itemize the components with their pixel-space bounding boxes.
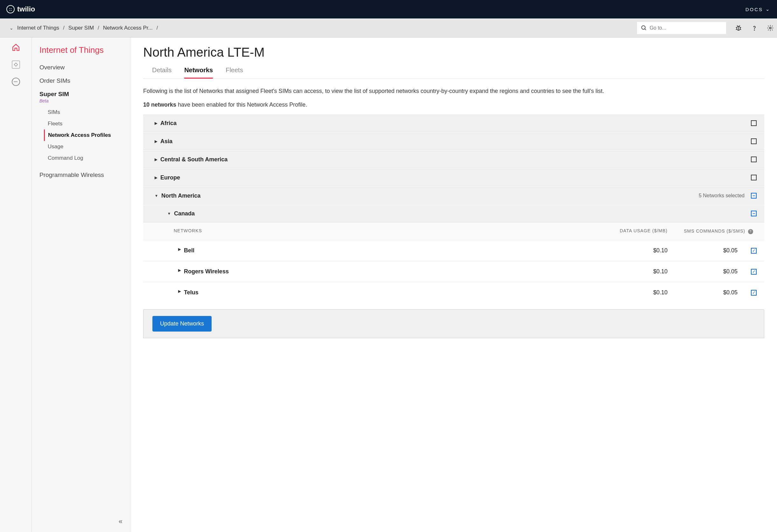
col-data-usage: DATA USAGE ($/MB) [591,228,680,234]
logo-icon: :: [6,5,15,13]
checkbox-canada[interactable]: − [751,211,757,216]
bug-icon[interactable] [735,24,742,31]
checkbox-bell[interactable]: ✓ [751,248,757,253]
breadcrumb-bar: ⌄ Internet of Things/ Super SIM/ Network… [0,18,777,37]
col-sms-commands: SMS COMMANDS ($/SMS) ? [680,228,757,234]
subnav-usage[interactable]: Usage [44,141,130,152]
checkbox-namerica[interactable]: − [751,193,757,199]
svg-line-9 [740,25,740,26]
tab-fleets[interactable]: Fleets [226,63,243,79]
breadcrumb-mid[interactable]: Super SIM [69,25,94,31]
brand-logo[interactable]: :: twilio [6,5,35,13]
sub-nav: SIMs Fleets Network Access Profiles Usag… [39,107,130,164]
checkbox-asia[interactable] [751,138,757,144]
sim-icon[interactable] [12,61,20,69]
sidebar-title: Internet of Things [32,45,130,61]
breadcrumb-leaf[interactable]: Network Access Pr... [103,25,153,31]
region-csamerica[interactable]: ▶Central & South America [143,151,764,168]
region-africa[interactable]: ▶Africa [143,115,764,132]
update-networks-button[interactable]: Update Networks [152,316,212,332]
checkbox-rogers[interactable]: ✓ [751,269,757,275]
country-canada[interactable]: ▼Canada − [143,205,764,222]
breadcrumb-root[interactable]: Internet of Things [17,25,59,31]
subnav-fleets[interactable]: Fleets [44,118,130,129]
breadcrumb: ⌄ Internet of Things/ Super SIM/ Network… [10,25,158,31]
col-networks: NETWORKS [174,228,591,234]
page-title: North America LTE-M [143,45,764,60]
svg-line-8 [737,25,738,26]
search-icon [641,24,647,31]
svg-line-5 [741,27,741,28]
networks-table-header: NETWORKS DATA USAGE ($/MB) SMS COMMANDS … [143,222,764,240]
svg-line-7 [741,29,741,29]
more-icon[interactable]: ••• [12,78,20,86]
checkbox-europe[interactable] [751,175,757,181]
top-bar: :: twilio DOCS ⌄ [0,0,777,18]
network-row-rogers: ▶Rogers Wireless $0.10 $0.05 ✓ [143,261,764,282]
chevron-down-icon[interactable]: ⌄ [10,25,13,30]
caret-down-icon: ▼ [155,194,158,198]
tab-bar: Details Networks Fleets [143,63,764,79]
caret-right-icon[interactable]: ▶ [178,268,181,275]
svg-line-1 [645,29,646,30]
caret-right-icon: ▶ [155,157,157,162]
chevron-down-icon: ⌄ [766,6,771,12]
caret-right-icon[interactable]: ▶ [178,289,181,296]
svg-point-10 [754,29,754,30]
network-row-telus: ▶Telus $0.10 $0.05 ✓ [143,282,764,303]
page-description: Following is the list of Networks that a… [143,87,764,96]
collapse-sidebar-icon[interactable]: « [119,517,122,526]
caret-right-icon: ▶ [155,176,157,180]
footer-bar: Update Networks [143,309,764,338]
checkbox-africa[interactable] [751,120,757,126]
subnav-command-log[interactable]: Command Log [44,152,130,164]
na-selected-count: 5 Networks selected [699,193,745,199]
tab-networks[interactable]: Networks [184,63,213,79]
search-box[interactable] [637,22,726,34]
nav-order-sims[interactable]: Order SIMs [32,74,130,88]
region-europe[interactable]: ▶Europe [143,169,764,187]
network-count: 10 networks have been enabled for this N… [143,102,764,108]
subnav-sims[interactable]: SIMs [44,107,130,118]
checkbox-telus[interactable]: ✓ [751,290,757,296]
subnav-network-access-profiles[interactable]: Network Access Profiles [44,129,130,141]
svg-point-0 [642,25,645,29]
icon-rail: ••• [0,37,32,532]
nav-overview[interactable]: Overview [32,61,130,74]
main-content: North America LTE-M Details Networks Fle… [130,37,777,532]
help-tooltip-icon[interactable]: ? [748,229,753,234]
sidebar: Internet of Things Overview Order SIMs S… [32,37,130,532]
caret-right-icon: ▶ [155,139,157,143]
checkbox-csamerica[interactable] [751,156,757,162]
svg-line-6 [736,29,737,29]
nav-super-sim[interactable]: Super SIM Beta [32,88,130,107]
network-row-bell: ▶Bell $0.10 $0.05 ✓ [143,240,764,261]
gear-icon[interactable] [767,24,774,31]
brand-name: twilio [17,5,35,13]
svg-line-4 [736,27,737,28]
caret-down-icon: ▼ [168,212,171,215]
region-namerica[interactable]: ▼North America 5 Networks selected − [143,187,764,205]
region-asia[interactable]: ▶Asia [143,133,764,150]
caret-right-icon: ▶ [155,121,157,125]
help-icon[interactable] [751,24,758,31]
search-input[interactable] [650,25,722,31]
toolbar [637,22,774,34]
tab-details[interactable]: Details [152,63,172,79]
home-icon[interactable] [12,43,20,51]
docs-link[interactable]: DOCS ⌄ [746,6,771,12]
nav-programmable-wireless[interactable]: Programmable Wireless [32,168,130,182]
caret-right-icon[interactable]: ▶ [178,247,181,254]
beta-badge: Beta [39,98,122,103]
svg-point-11 [769,27,771,29]
